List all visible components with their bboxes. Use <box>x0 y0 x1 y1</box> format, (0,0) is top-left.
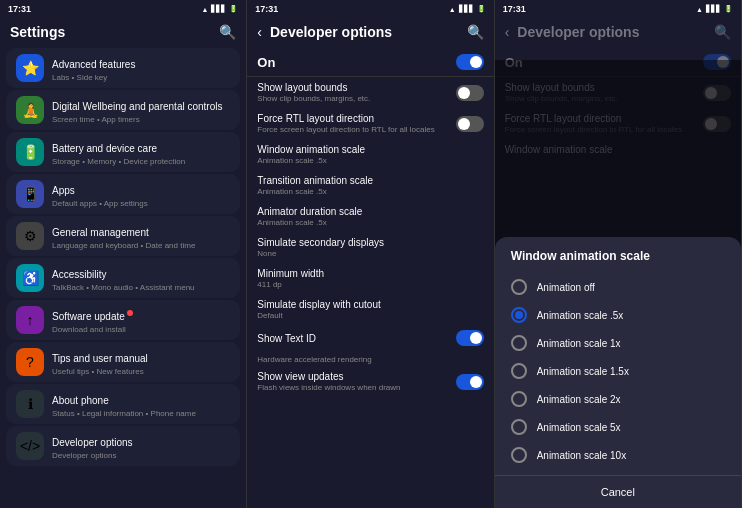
signal-icon-2: ▋▋▋ <box>459 5 474 13</box>
settings-item-icon: ⭐ <box>16 54 44 82</box>
settings-item-title: Battery and device care <box>52 143 157 154</box>
back-icon-3: ‹ <box>505 24 510 40</box>
dev-item-subtitle: Animation scale .5x <box>257 187 483 196</box>
settings-item-icon: ℹ <box>16 390 44 418</box>
dialog-option-label: Animation scale 10x <box>537 450 627 461</box>
dialog-option[interactable]: Animation scale 5x <box>495 413 741 441</box>
dialog-option[interactable]: Animation scale 2x <box>495 385 741 413</box>
dev-options-title-3: Developer options <box>517 24 714 40</box>
dev-toggle[interactable] <box>456 330 484 346</box>
dev-item-title: Animator duration scale <box>257 206 483 217</box>
dev-options-header: ‹ Developer options 🔍 <box>247 18 493 46</box>
wifi-icon-2: ▲ <box>449 6 456 13</box>
settings-item[interactable]: 🧘Digital Wellbeing and parental controls… <box>6 90 240 130</box>
dev-item-subtitle: Animation scale .5x <box>257 156 483 165</box>
settings-item[interactable]: ↑Software updateDownload and install <box>6 300 240 340</box>
toggle-knob <box>470 56 482 68</box>
settings-panel: 17:31 ▲ ▋▋▋ 🔋 Settings 🔍 ⭐Advanced featu… <box>0 0 247 508</box>
dialog-option[interactable]: Animation scale .5x <box>495 301 741 329</box>
settings-item-icon: </> <box>16 432 44 460</box>
dev-item-subtitle: 411 dp <box>257 280 483 289</box>
signal-icon: ▋▋▋ <box>211 5 226 13</box>
settings-header: Settings 🔍 <box>0 18 246 46</box>
battery-icon-2: 🔋 <box>477 5 486 13</box>
radio-button <box>511 279 527 295</box>
status-icons-2: ▲ ▋▋▋ 🔋 <box>449 5 486 13</box>
settings-item-icon: 🧘 <box>16 96 44 124</box>
dialog-option[interactable]: Animation off <box>495 273 741 301</box>
dev-option-item[interactable]: Simulate display with cutoutDefault <box>247 294 493 325</box>
dev-option-item[interactable]: Show view updatesFlash views inside wind… <box>247 366 493 397</box>
settings-item-icon: ? <box>16 348 44 376</box>
settings-item-subtitle: Storage • Memory • Device protection <box>52 157 230 166</box>
dialog-option-label: Animation scale 1.5x <box>537 366 629 377</box>
settings-item[interactable]: ℹAbout phoneStatus • Legal information •… <box>6 384 240 424</box>
dev-item-title: Show view updates <box>257 371 455 382</box>
settings-item[interactable]: ⚙General managementLanguage and keyboard… <box>6 216 240 256</box>
settings-item-subtitle: Default apps • App settings <box>52 199 230 208</box>
settings-item[interactable]: ?Tips and user manualUseful tips • New f… <box>6 342 240 382</box>
status-bar-3: 17:31 ▲ ▋▋▋ 🔋 <box>495 0 741 18</box>
dev-option-item[interactable]: Show Text ID <box>247 325 493 351</box>
dialog-option-label: Animation scale 2x <box>537 394 621 405</box>
dialog-option[interactable]: Animation scale 1x <box>495 329 741 357</box>
dev-option-item[interactable]: Show layout boundsShow clip bounds, marg… <box>247 77 493 108</box>
settings-list: ⭐Advanced featuresLabs • Side key🧘Digita… <box>0 46 246 508</box>
dev-on-label: On <box>257 55 275 70</box>
settings-item[interactable]: 📱AppsDefault apps • App settings <box>6 174 240 214</box>
dialog-option-label: Animation scale .5x <box>537 310 624 321</box>
dev-toggle[interactable] <box>456 116 484 132</box>
status-icons-1: ▲ ▋▋▋ 🔋 <box>201 5 238 13</box>
settings-item-subtitle: Developer options <box>52 451 230 460</box>
search-icon-2[interactable]: 🔍 <box>467 24 484 40</box>
settings-item-icon: ♿ <box>16 264 44 292</box>
window-animation-dialog: Window animation scale Animation offAnim… <box>495 237 741 508</box>
status-time-3: 17:31 <box>503 4 526 14</box>
battery-icon: 🔋 <box>229 5 238 13</box>
dev-option-item[interactable]: Force RTL layout directionForce screen l… <box>247 108 493 139</box>
settings-item-title: Tips and user manual <box>52 353 148 364</box>
settings-item-title: Accessibility <box>52 269 106 280</box>
settings-item[interactable]: 🔋Battery and device careStorage • Memory… <box>6 132 240 172</box>
dev-item-title: Window animation scale <box>257 144 483 155</box>
search-icon[interactable]: 🔍 <box>219 24 236 40</box>
settings-item-subtitle: Language and keyboard • Date and time <box>52 241 230 250</box>
back-icon[interactable]: ‹ <box>257 24 262 40</box>
settings-item-icon: 🔋 <box>16 138 44 166</box>
status-icons-3: ▲ ▋▋▋ 🔋 <box>696 5 733 13</box>
dev-item-title: Simulate display with cutout <box>257 299 483 310</box>
status-bar-1: 17:31 ▲ ▋▋▋ 🔋 <box>0 0 246 18</box>
dev-item-title: Transition animation scale <box>257 175 483 186</box>
dev-item-title: Force RTL layout direction <box>257 113 455 124</box>
settings-item-title: Apps <box>52 185 75 196</box>
developer-options-panel: 17:31 ▲ ▋▋▋ 🔋 ‹ Developer options 🔍 On S… <box>247 0 494 508</box>
dev-section-header: Hardware accelerated rendering <box>247 351 493 366</box>
dev-item-title: Simulate secondary displays <box>257 237 483 248</box>
dev-item-title: Show Text ID <box>257 333 455 344</box>
settings-item-subtitle: TalkBack • Mono audio • Assistant menu <box>52 283 230 292</box>
dialog-option[interactable]: Animation scale 1.5x <box>495 357 741 385</box>
dev-master-toggle[interactable] <box>456 54 484 70</box>
developer-options-dialog-panel: 17:31 ▲ ▋▋▋ 🔋 ‹ Developer options 🔍 On S… <box>495 0 742 508</box>
wifi-icon: ▲ <box>201 6 208 13</box>
dev-item-title: Minimum width <box>257 268 483 279</box>
dialog-option[interactable]: Animation scale 10x <box>495 441 741 469</box>
settings-item[interactable]: ⭐Advanced featuresLabs • Side key <box>6 48 240 88</box>
dialog-overlay: Window animation scale Animation offAnim… <box>495 60 741 508</box>
radio-button <box>511 307 527 323</box>
dev-toggle[interactable] <box>456 85 484 101</box>
settings-item[interactable]: ♿AccessibilityTalkBack • Mono audio • As… <box>6 258 240 298</box>
dialog-cancel-button[interactable]: Cancel <box>495 475 741 508</box>
dev-option-item[interactable]: Transition animation scaleAnimation scal… <box>247 170 493 201</box>
dev-options-header-3: ‹ Developer options 🔍 <box>495 18 741 46</box>
settings-item-title: Advanced features <box>52 59 135 70</box>
dev-option-item[interactable]: Animator duration scaleAnimation scale .… <box>247 201 493 232</box>
dev-option-item[interactable]: Window animation scaleAnimation scale .5… <box>247 139 493 170</box>
settings-item[interactable]: </>Developer optionsDeveloper options <box>6 426 240 466</box>
dev-item-title: Show layout bounds <box>257 82 455 93</box>
dialog-title: Window animation scale <box>495 249 741 273</box>
dialog-option-label: Animation scale 1x <box>537 338 621 349</box>
dev-toggle[interactable] <box>456 374 484 390</box>
dev-option-item[interactable]: Minimum width411 dp <box>247 263 493 294</box>
dev-option-item[interactable]: Simulate secondary displaysNone <box>247 232 493 263</box>
